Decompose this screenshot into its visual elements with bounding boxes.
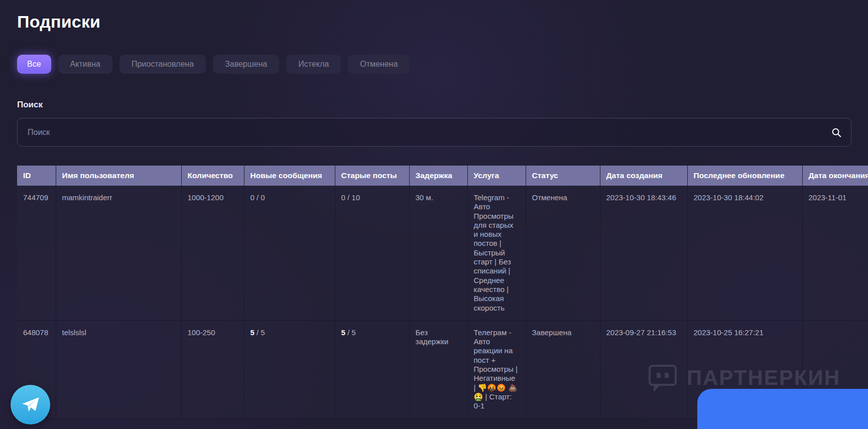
new-messages-total: 0 xyxy=(261,193,265,202)
filter-tab-completed[interactable]: Завершена xyxy=(213,55,279,74)
filter-tab-all[interactable]: Все xyxy=(17,55,51,74)
column-header-end-date: Дата окончания xyxy=(802,166,868,186)
column-header-old-posts: Старые посты xyxy=(335,166,409,186)
search-input[interactable] xyxy=(27,127,831,137)
cell-status: Завершена xyxy=(526,320,600,418)
cell-quantity: 100-250 xyxy=(181,320,244,418)
cell-status: Отменена xyxy=(526,186,600,320)
cell-username: telslslsl xyxy=(56,320,181,418)
search-label: Поиск xyxy=(17,100,851,110)
telegram-button[interactable] xyxy=(11,385,50,424)
fraction-separator: / xyxy=(345,328,352,337)
old-posts-done: 5 xyxy=(341,328,345,337)
cell-service: Телеграм - Авто реакции на пост + Просмо… xyxy=(467,320,526,418)
old-posts-total: 10 xyxy=(351,193,360,202)
cell-created: 2023-10-30 18:43:46 xyxy=(600,186,687,320)
cell-delay: 30 м. xyxy=(409,186,467,320)
column-header-id: ID xyxy=(17,166,56,186)
cell-delay: Без задержки xyxy=(409,320,467,418)
search-section: Поиск xyxy=(17,100,851,147)
cell-username: mamkintraiderr xyxy=(56,186,181,320)
table-row[interactable]: 744709 mamkintraiderr 1000-1200 0 / 0 0 … xyxy=(17,186,868,320)
column-header-service: Услуга xyxy=(467,166,526,186)
column-header-username: Имя пользователя xyxy=(56,166,181,186)
filter-tab-active[interactable]: Активна xyxy=(58,55,112,74)
new-messages-done: 0 xyxy=(251,193,255,202)
cell-old-posts: 5 / 5 xyxy=(335,320,409,418)
new-messages-done: 5 xyxy=(251,328,255,337)
filter-tab-expired[interactable]: Истекла xyxy=(286,55,341,74)
column-header-delay: Задержка xyxy=(409,166,467,186)
chat-button[interactable] xyxy=(697,389,868,429)
cell-end-date: 2023-11-01 xyxy=(802,186,868,320)
fraction-separator: / xyxy=(255,328,261,337)
column-header-new-messages: Новые сообщения xyxy=(244,166,335,186)
cell-new-messages: 5 / 5 xyxy=(244,320,335,418)
filter-tab-cancelled[interactable]: Отменена xyxy=(348,55,410,74)
search-box[interactable] xyxy=(17,118,851,147)
old-posts-done: 0 xyxy=(341,193,345,202)
cell-updated: 2023-10-30 18:44:02 xyxy=(687,186,802,320)
cell-old-posts: 0 / 10 xyxy=(335,186,409,320)
new-messages-total: 5 xyxy=(261,328,265,337)
subscriptions-table-wrapper: ID Имя пользователя Количество Новые соо… xyxy=(17,166,868,419)
column-header-quantity: Количество xyxy=(181,166,244,186)
telegram-paper-plane-icon xyxy=(21,395,41,415)
cell-id: 744709 xyxy=(17,186,56,320)
fraction-separator: / xyxy=(255,193,261,202)
search-icon[interactable] xyxy=(831,127,842,138)
column-header-updated: Последнее обновление xyxy=(687,166,802,186)
filter-tab-paused[interactable]: Приостановлена xyxy=(119,55,206,74)
column-header-created: Дата создания xyxy=(600,166,687,186)
page-content: Подписки Все Активна Приостановлена Заве… xyxy=(0,0,868,147)
old-posts-total: 5 xyxy=(351,328,355,337)
cell-service: Telegram - Авто Просмотры для старых и н… xyxy=(467,186,526,320)
column-header-status: Статус xyxy=(526,166,600,186)
table-header-row: ID Имя пользователя Количество Новые соо… xyxy=(17,166,868,186)
subscriptions-table: ID Имя пользователя Количество Новые соо… xyxy=(17,166,868,419)
cell-created: 2023-09-27 21:16:53 xyxy=(600,320,687,418)
cell-new-messages: 0 / 0 xyxy=(244,186,335,320)
status-filter-bar: Все Активна Приостановлена Завершена Ист… xyxy=(17,55,851,74)
page-title: Подписки xyxy=(17,12,851,32)
fraction-separator: / xyxy=(345,193,352,202)
cell-quantity: 1000-1200 xyxy=(181,186,244,320)
